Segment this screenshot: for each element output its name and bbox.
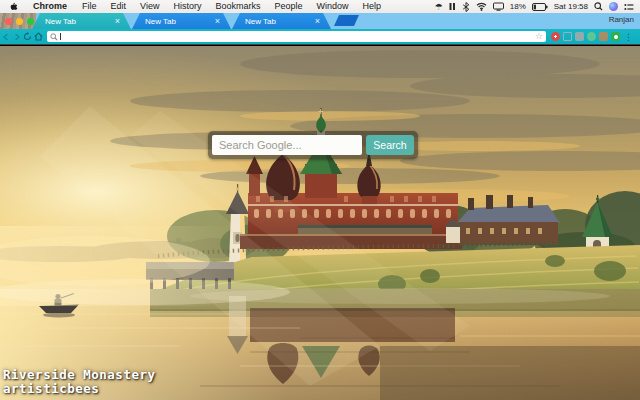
battery-icon[interactable] bbox=[532, 3, 548, 11]
tab-close-icon[interactable]: × bbox=[215, 17, 231, 25]
tab-title: New Tab bbox=[232, 17, 315, 26]
menu-view[interactable]: View bbox=[133, 0, 166, 13]
umbrella-app-icon[interactable]: ☂ bbox=[435, 2, 443, 12]
battery-percent-label: 18% bbox=[510, 2, 526, 11]
spotlight-search-icon[interactable] bbox=[594, 2, 603, 11]
omnibox-search-icon bbox=[50, 33, 58, 41]
text-caret bbox=[60, 33, 61, 40]
window-controls bbox=[5, 18, 34, 25]
search-input[interactable] bbox=[212, 135, 362, 155]
browser-toolbar: ☆ ⋮ bbox=[0, 29, 640, 45]
ntp-search-box: Search bbox=[208, 131, 418, 159]
wallpaper-credit: Riverside Monastery artisticbees bbox=[3, 368, 156, 396]
extension-icon-red[interactable] bbox=[551, 32, 560, 41]
extension-icon-gray[interactable] bbox=[575, 32, 584, 41]
extension-icon-capture[interactable] bbox=[563, 32, 572, 41]
bookmark-star-icon[interactable]: ☆ bbox=[535, 32, 543, 41]
browser-window: Chrome File Edit View History Bookmarks … bbox=[0, 0, 640, 400]
extension-icons-row: ⋮ bbox=[551, 32, 640, 42]
tab-new-tab-1[interactable]: New Tab × bbox=[32, 13, 131, 29]
wallpaper-author: artisticbees bbox=[3, 382, 156, 396]
bars-app-icon[interactable] bbox=[449, 2, 456, 11]
menu-window[interactable]: Window bbox=[309, 0, 355, 13]
close-window-button[interactable] bbox=[5, 18, 12, 25]
extension-icon-green-circle[interactable] bbox=[587, 32, 596, 41]
minimize-window-button[interactable] bbox=[16, 18, 23, 25]
tab-title: New Tab bbox=[132, 17, 215, 26]
menu-history[interactable]: History bbox=[166, 0, 208, 13]
macos-menu-bar: Chrome File Edit View History Bookmarks … bbox=[0, 0, 640, 13]
display-icon[interactable] bbox=[493, 2, 504, 11]
new-tab-page: Search Riverside Monastery artisticbees bbox=[0, 46, 640, 400]
menu-people[interactable]: People bbox=[267, 0, 309, 13]
profile-name-label[interactable]: Ranjan bbox=[609, 15, 634, 24]
notification-center-icon[interactable] bbox=[624, 3, 634, 11]
extension-icon-tan[interactable] bbox=[599, 32, 608, 41]
tab-new-tab-3[interactable]: New Tab × bbox=[232, 13, 331, 29]
ntp-background-image bbox=[0, 46, 640, 400]
wallpaper-title: Riverside Monastery bbox=[3, 368, 156, 382]
tab-new-tab-2[interactable]: New Tab × bbox=[132, 13, 231, 29]
forward-icon[interactable] bbox=[11, 33, 22, 41]
tab-strip: New Tab × New Tab × New Tab × Ranjan bbox=[0, 13, 640, 29]
back-icon[interactable] bbox=[0, 33, 11, 41]
new-tab-button[interactable] bbox=[334, 15, 359, 26]
wifi-icon[interactable] bbox=[476, 2, 487, 11]
address-bar[interactable]: ☆ bbox=[47, 31, 546, 42]
menu-chrome[interactable]: Chrome bbox=[25, 0, 75, 13]
reload-icon[interactable] bbox=[22, 32, 33, 41]
siri-icon[interactable] bbox=[609, 2, 618, 11]
extension-icon-green-square[interactable] bbox=[611, 32, 620, 41]
chrome-menu-icon[interactable]: ⋮ bbox=[623, 32, 636, 42]
tab-close-icon[interactable]: × bbox=[115, 17, 131, 25]
menu-bookmarks[interactable]: Bookmarks bbox=[208, 0, 267, 13]
apple-menu-icon[interactable] bbox=[9, 1, 18, 13]
home-icon[interactable] bbox=[33, 32, 44, 41]
tab-close-icon[interactable]: × bbox=[315, 17, 331, 25]
menubar-status-area: ☂ 18% Sat 19:58 bbox=[435, 2, 640, 12]
bluetooth-icon[interactable] bbox=[462, 2, 470, 12]
clock-label[interactable]: Sat 19:58 bbox=[554, 2, 588, 11]
menu-file[interactable]: File bbox=[75, 0, 104, 13]
zoom-window-button[interactable] bbox=[27, 18, 34, 25]
menu-help[interactable]: Help bbox=[355, 0, 388, 13]
search-button[interactable]: Search bbox=[366, 135, 414, 155]
tab-title: New Tab bbox=[32, 17, 115, 26]
menu-edit[interactable]: Edit bbox=[104, 0, 134, 13]
